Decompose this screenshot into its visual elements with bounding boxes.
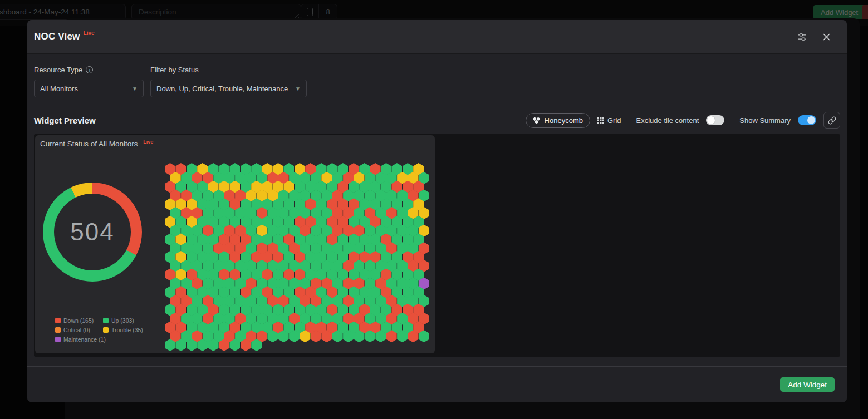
grid-icon	[597, 117, 604, 124]
grid-label: Grid	[607, 116, 621, 125]
toggle-knob	[807, 116, 815, 124]
legend-item[interactable]: Down (165)	[55, 317, 101, 324]
widget-preview-area: Current Status of All Monitors Live 504 …	[34, 134, 840, 357]
noc-view-modal: NOC View Live	[27, 20, 847, 402]
add-widget-button[interactable]: Add Widget	[780, 377, 835, 392]
widget-preview-heading: Widget Preview	[34, 116, 96, 125]
status-filter-label: Filter by Status	[150, 66, 307, 74]
modal-footer: Add Widget	[27, 366, 847, 402]
modal-header: NOC View Live	[27, 20, 847, 54]
honeycomb-map	[165, 163, 431, 352]
widget-live-badge: Live	[143, 139, 153, 145]
show-summary-label: Show Summary	[739, 116, 791, 125]
chevron-down-icon: ▼	[295, 86, 301, 92]
legend-item[interactable]: Maintenance (1)	[55, 336, 101, 343]
status-filter-select[interactable]: Down, Up, Critical, Trouble, Maintenance…	[150, 80, 307, 97]
honeycomb-label: Honeycomb	[545, 116, 583, 125]
display-settings-button[interactable]	[797, 32, 807, 42]
legend-swatch	[55, 318, 61, 323]
donut-hole: 504	[54, 194, 131, 270]
modal-title: NOC View	[34, 31, 80, 42]
preview-header-row: Widget Preview Honeycomb	[34, 112, 840, 129]
legend-swatch	[103, 327, 109, 333]
header-actions	[797, 32, 831, 42]
close-button[interactable]	[822, 32, 831, 42]
resource-type-label: Resource Type i	[34, 66, 144, 74]
monitor-total-count: 504	[70, 218, 114, 246]
preview-controls: Honeycomb Grid Exclude tile content	[526, 112, 840, 129]
exclude-tile-content-label: Exclude tile content	[636, 116, 699, 125]
modal-body: Resource Type i All Monitors ▼ Filter by…	[27, 66, 847, 357]
noc-widget-card: Current Status of All Monitors Live 504 …	[35, 135, 435, 353]
legend-label: Down (165)	[63, 317, 94, 324]
exclude-tile-content-toggle[interactable]	[706, 115, 724, 125]
chevron-down-icon: ▼	[132, 86, 138, 92]
resource-type-label-text: Resource Type	[34, 66, 82, 74]
honeycomb-icon	[533, 117, 541, 124]
legend-label: Up (303)	[111, 317, 134, 324]
link-icon	[828, 116, 836, 125]
grid-view-button[interactable]: Grid	[597, 116, 621, 125]
divider	[629, 115, 629, 125]
status-filter-label-text: Filter by Status	[150, 66, 199, 74]
live-badge: Live	[84, 30, 95, 36]
screen: Description 8 Add Widget NOC View Live	[0, 0, 868, 419]
legend-label: Maintenance (1)	[63, 336, 106, 343]
legend-label: Trouble (35)	[111, 327, 143, 333]
sliders-icon	[797, 32, 807, 42]
legend-swatch	[55, 337, 61, 342]
copy-link-button[interactable]	[823, 112, 840, 129]
resource-type-select[interactable]: All Monitors ▼	[34, 80, 144, 97]
honeycomb-view-button[interactable]: Honeycomb	[526, 113, 590, 128]
resource-type-group: Resource Type i All Monitors ▼	[34, 66, 144, 97]
widget-title-text: Current Status of All Monitors	[40, 140, 138, 148]
divider	[732, 115, 732, 125]
show-summary-toggle[interactable]	[798, 115, 816, 125]
legend-swatch	[55, 327, 61, 333]
status-filter-value: Down, Up, Critical, Trouble, Maintenance	[156, 85, 288, 93]
status-legend: Down (165)Up (303)Critical (0)Trouble (3…	[55, 317, 143, 343]
widget-title: Current Status of All Monitors Live	[40, 140, 153, 148]
close-icon	[822, 32, 831, 42]
status-filter-group: Filter by Status Down, Up, Critical, Tro…	[150, 66, 307, 97]
toggle-knob	[707, 116, 715, 124]
legend-swatch	[103, 318, 109, 323]
legend-item[interactable]: Critical (0)	[55, 327, 101, 333]
resource-type-value: All Monitors	[40, 85, 78, 93]
legend-label: Critical (0)	[63, 327, 90, 333]
filters-row: Resource Type i All Monitors ▼ Filter by…	[34, 66, 840, 97]
legend-item[interactable]: Trouble (35)	[103, 327, 143, 333]
legend-item[interactable]: Up (303)	[103, 317, 143, 324]
status-donut-chart[interactable]: 504	[43, 183, 142, 282]
info-icon[interactable]: i	[86, 66, 93, 73]
